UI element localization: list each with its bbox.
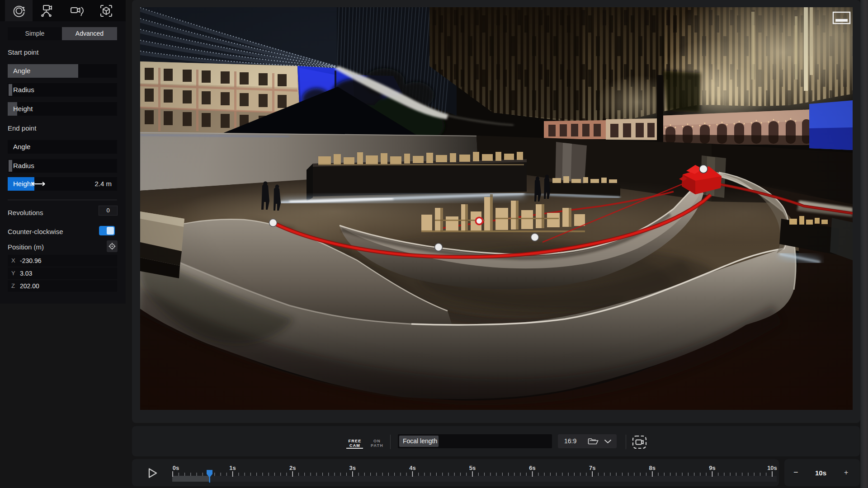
svg-text:1s: 1s: [229, 465, 236, 471]
svg-text:2s: 2s: [289, 465, 296, 471]
svg-text:0s: 0s: [173, 465, 179, 471]
svg-text:9s: 9s: [709, 465, 715, 471]
svg-text:8s: 8s: [649, 465, 656, 471]
svg-text:3s: 3s: [349, 465, 356, 471]
svg-text:6s: 6s: [529, 465, 535, 471]
svg-text:7s: 7s: [589, 465, 595, 471]
svg-text:10s: 10s: [767, 465, 777, 471]
svg-text:4s: 4s: [409, 465, 415, 471]
svg-text:5s: 5s: [469, 465, 476, 471]
